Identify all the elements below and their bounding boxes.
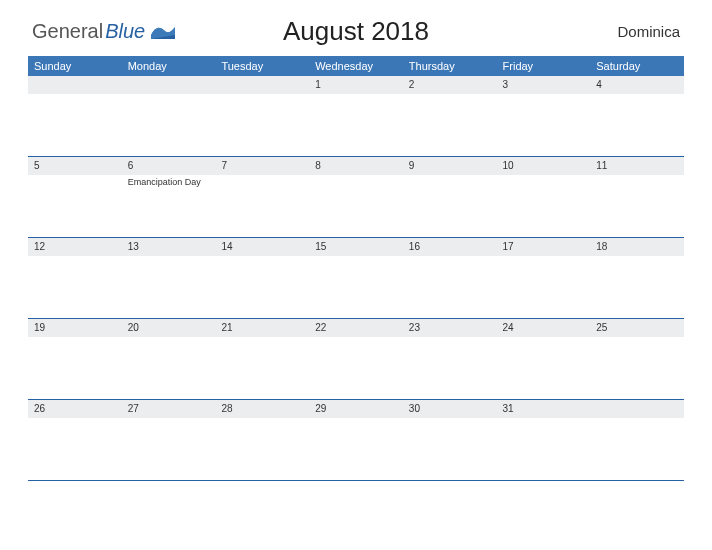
day-number (215, 76, 309, 94)
day-event (497, 418, 591, 480)
day-number: 4 (590, 76, 684, 94)
week-row: 5 6 7 8 9 10 11 Emancipation Day (28, 157, 684, 238)
day-event (497, 175, 591, 237)
day-event (590, 94, 684, 156)
logo-text-blue: Blue (105, 20, 145, 43)
day-event (215, 418, 309, 480)
week-row: 12 13 14 15 16 17 18 (28, 238, 684, 319)
day-number: 8 (309, 157, 403, 175)
day-number: 21 (215, 319, 309, 337)
day-number: 11 (590, 157, 684, 175)
day-event (590, 418, 684, 480)
day-number: 12 (28, 238, 122, 256)
day-number: 1 (309, 76, 403, 94)
page-title: August 2018 (283, 16, 429, 47)
day-event (497, 256, 591, 318)
weekday-monday: Monday (122, 56, 216, 76)
day-event (497, 94, 591, 156)
day-number: 30 (403, 400, 497, 418)
day-event (403, 418, 497, 480)
day-event (403, 256, 497, 318)
day-number: 14 (215, 238, 309, 256)
day-event (590, 337, 684, 399)
logo-text-general: General (32, 20, 103, 43)
day-number: 24 (497, 319, 591, 337)
day-number (122, 76, 216, 94)
day-event (122, 337, 216, 399)
day-number: 28 (215, 400, 309, 418)
day-number: 3 (497, 76, 591, 94)
day-event (309, 418, 403, 480)
day-event (497, 337, 591, 399)
day-event (28, 94, 122, 156)
weekday-thursday: Thursday (403, 56, 497, 76)
weekday-saturday: Saturday (590, 56, 684, 76)
day-event (122, 418, 216, 480)
day-number: 6 (122, 157, 216, 175)
day-number: 31 (497, 400, 591, 418)
region-label: Dominica (617, 23, 680, 40)
day-event (590, 175, 684, 237)
logo-icon (151, 21, 175, 43)
day-number: 27 (122, 400, 216, 418)
day-number: 15 (309, 238, 403, 256)
day-number: 16 (403, 238, 497, 256)
day-number: 5 (28, 157, 122, 175)
day-event (403, 94, 497, 156)
day-event (122, 256, 216, 318)
day-event (122, 94, 216, 156)
day-event (403, 175, 497, 237)
header: General Blue August 2018 Dominica (28, 20, 684, 56)
day-number: 2 (403, 76, 497, 94)
week-row: 26 27 28 29 30 31 (28, 400, 684, 481)
logo: General Blue (32, 20, 175, 43)
day-number: 7 (215, 157, 309, 175)
day-event (215, 175, 309, 237)
day-number: 18 (590, 238, 684, 256)
day-event (28, 337, 122, 399)
day-event (309, 175, 403, 237)
day-event (309, 337, 403, 399)
day-number (28, 76, 122, 94)
weekday-tuesday: Tuesday (215, 56, 309, 76)
day-number: 29 (309, 400, 403, 418)
day-number: 9 (403, 157, 497, 175)
day-event (309, 94, 403, 156)
day-event (215, 337, 309, 399)
calendar: Sunday Monday Tuesday Wednesday Thursday… (28, 56, 684, 481)
day-event (28, 256, 122, 318)
day-event (215, 94, 309, 156)
day-number: 25 (590, 319, 684, 337)
day-event (309, 256, 403, 318)
day-number: 13 (122, 238, 216, 256)
weekday-header: Sunday Monday Tuesday Wednesday Thursday… (28, 56, 684, 76)
weekday-friday: Friday (497, 56, 591, 76)
day-event (28, 418, 122, 480)
weekday-sunday: Sunday (28, 56, 122, 76)
week-row: 19 20 21 22 23 24 25 (28, 319, 684, 400)
day-event (215, 256, 309, 318)
day-number: 26 (28, 400, 122, 418)
weekday-wednesday: Wednesday (309, 56, 403, 76)
day-number: 17 (497, 238, 591, 256)
day-number: 22 (309, 319, 403, 337)
day-number: 19 (28, 319, 122, 337)
day-event (590, 256, 684, 318)
day-event (28, 175, 122, 237)
day-event (403, 337, 497, 399)
day-event: Emancipation Day (122, 175, 216, 237)
day-number: 20 (122, 319, 216, 337)
week-row: 1 2 3 4 (28, 76, 684, 157)
day-number (590, 400, 684, 418)
day-number: 23 (403, 319, 497, 337)
day-number: 10 (497, 157, 591, 175)
